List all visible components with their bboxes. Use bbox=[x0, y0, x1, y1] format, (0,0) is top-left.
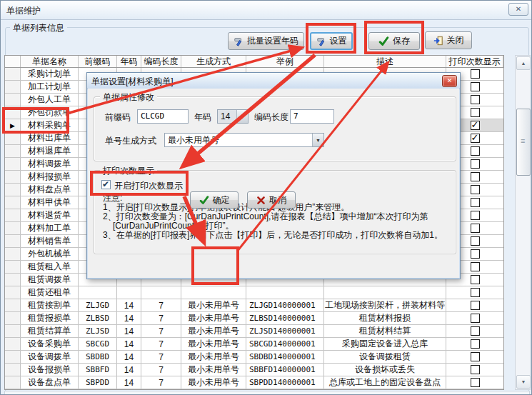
print-count-checkbox[interactable] bbox=[471, 134, 480, 143]
print-count-checkbox[interactable] bbox=[471, 352, 480, 361]
method-cell: 最小未用单号 bbox=[181, 364, 246, 376]
batch-set-year-button[interactable]: 批量设置年码 bbox=[228, 32, 304, 50]
doc-name-cell: 设备调拨单 bbox=[21, 351, 79, 363]
table-row[interactable]: 设备退货单SBTHD147最小未用单号SBTHD140000001总库退回固定设… bbox=[5, 389, 503, 390]
doc-name-cell: 外包机械单 bbox=[21, 248, 79, 260]
cancel-button[interactable]: 取消 bbox=[247, 191, 296, 209]
window-close-button[interactable]: ✕ bbox=[508, 3, 528, 16]
row-indicator bbox=[5, 274, 21, 286]
column-header[interactable]: 编码长度 bbox=[141, 56, 181, 67]
scrollbar-thumb[interactable] bbox=[516, 109, 531, 176]
print-count-checkbox[interactable] bbox=[471, 121, 480, 130]
batch-set-year-label: 批量设置年码 bbox=[247, 35, 298, 47]
print-count-checkbox[interactable] bbox=[471, 211, 480, 220]
print-count-checkbox[interactable] bbox=[471, 339, 480, 349]
settings-button[interactable]: 设置 bbox=[310, 32, 353, 50]
print-count-checkbox[interactable] bbox=[471, 365, 480, 374]
hammer-icon bbox=[316, 36, 326, 46]
row-indicator: ▶ bbox=[5, 119, 21, 131]
table-row[interactable]: 租赁报损单ZLBSD147最小未用单号ZLBSD140000001租赁材料报损 bbox=[5, 312, 503, 325]
desc-cell: 租赁材料结算 bbox=[324, 325, 446, 337]
print-count-checkbox[interactable] bbox=[471, 224, 480, 233]
row-indicator bbox=[5, 325, 21, 337]
properties-group-label: 单据属性修改 bbox=[100, 91, 157, 104]
print-count-checkbox[interactable] bbox=[471, 146, 480, 156]
column-header[interactable]: 描述 bbox=[324, 56, 446, 67]
table-row[interactable]: 设备采购单SBCGD147最小未用单号SBCGD140000001采购固定设备进… bbox=[5, 338, 503, 351]
doc-name-cell: 外包人工单 bbox=[21, 94, 79, 106]
scroll-up-button[interactable]: ▲ bbox=[516, 56, 531, 70]
table-row[interactable]: 租赁还租单 bbox=[5, 286, 503, 299]
close-button[interactable]: 关闭 bbox=[425, 31, 472, 49]
print-count-checkbox[interactable] bbox=[471, 326, 480, 336]
print-count-checkbox[interactable] bbox=[471, 262, 480, 271]
example-cell: SBTHD140000001 bbox=[246, 389, 324, 390]
print-count-checkbox[interactable] bbox=[471, 108, 480, 117]
column-header[interactable]: 前缀码 bbox=[79, 56, 117, 67]
code-length-input[interactable]: 7 bbox=[290, 109, 334, 124]
desc-cell: 采购固定设备进入总库 bbox=[324, 338, 446, 350]
dialog-close-button[interactable]: ✕ bbox=[442, 75, 457, 87]
print-count-cell bbox=[446, 325, 503, 337]
method-cell bbox=[181, 286, 246, 299]
print-count-cell bbox=[446, 286, 503, 299]
example-cell: SBBFD140000001 bbox=[246, 364, 324, 376]
print-count-checkbox[interactable] bbox=[471, 198, 480, 207]
chevron-down-icon[interactable]: ▼ bbox=[236, 110, 248, 123]
code-length-cell: 7 bbox=[141, 351, 181, 363]
doc-name-cell: 材料退库单 bbox=[21, 145, 79, 157]
print-count-checkbox[interactable] bbox=[471, 69, 480, 79]
table-header-row: 单据名称前缀码年码编码长度生成方式举例描述打印次数显示 bbox=[5, 56, 503, 68]
print-count-checkbox[interactable] bbox=[471, 378, 480, 387]
horizontal-scrollbar[interactable] bbox=[4, 391, 530, 395]
print-count-checkbox[interactable] bbox=[471, 249, 480, 259]
print-count-checkbox[interactable] bbox=[471, 314, 480, 323]
print-count-checkbox[interactable] bbox=[471, 236, 480, 246]
vertical-scrollbar[interactable]: ▲ ▼ bbox=[515, 55, 531, 390]
row-indicator bbox=[5, 158, 21, 170]
code-length-cell: 7 bbox=[141, 364, 181, 376]
print-count-checkbox[interactable] bbox=[471, 82, 480, 91]
table-row[interactable]: 设备盘点单SBPDD147最小未用单号SBPDD140000001总库或工地上的… bbox=[5, 376, 503, 389]
table-row[interactable]: 设备调拨单SBDBD147最小未用单号SBDBD140000001设备调拨租赁 bbox=[5, 351, 503, 364]
year-combobox[interactable]: 14 ▼ bbox=[217, 109, 249, 124]
method-combobox[interactable]: 最小未用单号 ▼ bbox=[164, 133, 324, 147]
print-count-checkbox[interactable] bbox=[471, 172, 480, 181]
example-cell: ZLBSD140000001 bbox=[246, 312, 324, 324]
column-header[interactable]: 举例 bbox=[246, 56, 324, 67]
ok-button[interactable]: 确定 bbox=[190, 191, 239, 209]
doc-name-cell: 设备采购单 bbox=[21, 338, 79, 350]
row-indicator bbox=[5, 171, 21, 183]
print-count-checkbox[interactable] bbox=[471, 288, 480, 297]
doc-name-cell: 材料甲供单 bbox=[21, 196, 79, 209]
row-indicator bbox=[5, 299, 21, 311]
note-line: 3、在单据的[打印报表]界面下点击【打印】后，无论是否打印成功，打印次数将自动加… bbox=[103, 231, 453, 240]
method-value: 最小未用单号 bbox=[165, 134, 312, 146]
print-count-checkbox[interactable] bbox=[471, 275, 480, 284]
column-header[interactable]: 生成方式 bbox=[181, 56, 246, 67]
prefix-input[interactable]: CLCGD bbox=[137, 109, 189, 124]
code-length-cell: 7 bbox=[141, 338, 181, 350]
print-count-checkbox[interactable] bbox=[471, 185, 480, 194]
print-count-checkbox[interactable] bbox=[471, 159, 480, 169]
column-header[interactable]: 单据名称 bbox=[21, 56, 79, 67]
table-row[interactable]: 设备报损单SBBFD147最小未用单号SBBFD140000001设备损坏或丢失 bbox=[5, 364, 503, 376]
table-row[interactable]: 租赁接割单ZLJGD147最小未用单号ZLJGD140000001工地现场接割架… bbox=[5, 299, 503, 312]
column-header[interactable]: 打印次数显示 bbox=[446, 56, 503, 67]
table-row[interactable]: 租赁结算单ZLJSD147最小未用单号ZLJSD140000001租赁材料结算 bbox=[5, 325, 503, 338]
row-indicator bbox=[5, 338, 21, 350]
example-cell: SBCGD140000001 bbox=[246, 338, 324, 350]
scroll-down-button[interactable]: ▼ bbox=[516, 375, 531, 389]
save-button[interactable]: 保存 bbox=[368, 32, 420, 50]
example-cell bbox=[246, 286, 324, 299]
example-cell: SBPDD140000001 bbox=[246, 376, 324, 389]
prefix-cell: SBDBD bbox=[79, 351, 117, 363]
enable-print-count-checkbox[interactable] bbox=[101, 180, 111, 189]
row-indicator bbox=[5, 389, 21, 390]
example-cell: SBDBD140000001 bbox=[246, 351, 324, 363]
print-count-checkbox[interactable] bbox=[471, 95, 480, 104]
column-header[interactable]: 年码 bbox=[117, 56, 141, 67]
chevron-down-icon[interactable]: ▼ bbox=[312, 134, 323, 146]
print-count-checkbox[interactable] bbox=[471, 301, 480, 310]
desc-cell: 总库或工地上的固定设备盘点 bbox=[324, 376, 446, 389]
